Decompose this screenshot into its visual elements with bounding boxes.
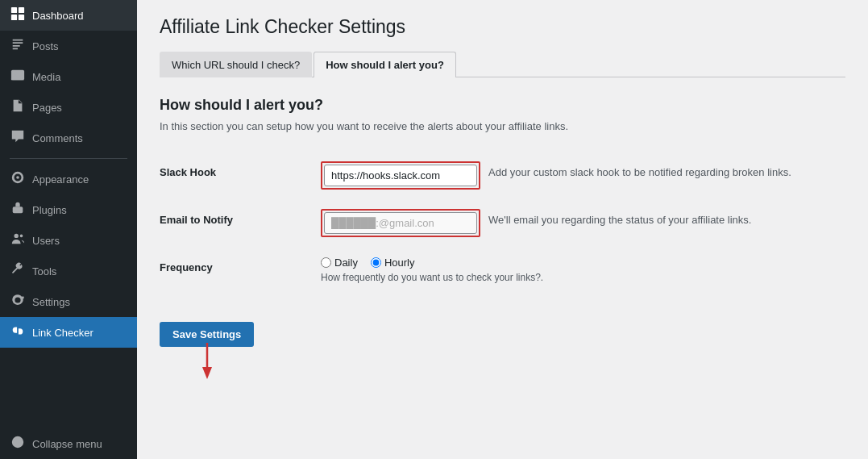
sidebar-separator	[10, 158, 127, 159]
sidebar-item-label: Users	[32, 235, 60, 247]
frequency-daily-text: Daily	[334, 257, 358, 269]
save-button-container: Save Settings	[160, 309, 254, 347]
sidebar-item-label: Plugins	[32, 204, 67, 216]
svg-rect-1	[19, 7, 24, 13]
section-title: How should I alert you?	[160, 97, 845, 114]
frequency-hint: How frequently do you want us to check y…	[321, 272, 543, 283]
email-row: Email to Notify We'll email you regardin…	[160, 199, 845, 247]
sidebar-item-plugins[interactable]: Plugins	[0, 194, 137, 225]
sidebar-item-appearance[interactable]: Appearance	[0, 164, 137, 194]
sidebar-item-label: Pages	[32, 102, 62, 114]
comments-icon	[10, 129, 26, 147]
frequency-hourly-text: Hourly	[384, 257, 415, 269]
frequency-hourly-radio[interactable]	[371, 257, 381, 268]
sidebar-item-collapse[interactable]: Collapse menu	[0, 428, 137, 459]
sidebar-item-users[interactable]: Users	[0, 225, 137, 256]
sidebar-item-label: Media	[32, 71, 60, 83]
svg-marker-12	[202, 367, 212, 379]
plugins-icon	[10, 201, 26, 219]
tools-icon	[10, 262, 26, 280]
slack-hook-row: Slack Hook Add your custom slack hook to…	[160, 152, 845, 199]
sidebar-item-dashboard[interactable]: Dashboard	[0, 0, 137, 31]
main-content: Affiliate Link Checker Settings Which UR…	[137, 0, 868, 459]
posts-icon	[10, 37, 26, 55]
frequency-control: Daily Hourly How frequently do you want …	[321, 257, 845, 283]
sidebar-item-label: Comments	[32, 132, 83, 144]
save-settings-button[interactable]: Save Settings	[160, 322, 254, 347]
page-title: Affiliate Link Checker Settings	[160, 16, 845, 38]
tab-url[interactable]: Which URL should I check?	[160, 52, 312, 77]
arrow-annotation	[183, 343, 231, 383]
svg-point-9	[20, 235, 23, 238]
sidebar-item-label: Posts	[32, 40, 59, 52]
sidebar-item-comments[interactable]: Comments	[0, 123, 137, 153]
sidebar-item-tools[interactable]: Tools	[0, 256, 137, 286]
svg-point-5	[15, 72, 18, 75]
sidebar-item-label: Dashboard	[32, 10, 84, 22]
dashboard-icon	[10, 6, 26, 24]
email-input[interactable]	[324, 212, 477, 234]
sidebar-item-label: Collapse menu	[32, 438, 102, 450]
svg-rect-7	[13, 207, 23, 213]
frequency-options: Daily Hourly How frequently do you want …	[321, 257, 543, 283]
slack-hook-input[interactable]	[324, 165, 477, 186]
sidebar-item-media[interactable]: Media	[0, 61, 137, 92]
tab-alert[interactable]: How should I alert you?	[314, 52, 456, 77]
svg-point-6	[16, 176, 19, 179]
frequency-daily-radio[interactable]	[321, 257, 331, 268]
settings-icon	[10, 293, 26, 311]
svg-rect-2	[11, 15, 17, 20]
email-highlight	[321, 209, 480, 237]
link-checker-icon	[10, 323, 26, 341]
svg-rect-3	[19, 15, 24, 20]
pages-icon	[10, 98, 26, 116]
frequency-label: Frequency	[160, 257, 321, 273]
svg-point-8	[15, 234, 19, 238]
sidebar-item-pages[interactable]: Pages	[0, 92, 137, 123]
slack-hook-control: Add your custom slack hook to be notifie…	[321, 161, 845, 190]
sidebar-item-settings[interactable]: Settings	[0, 286, 137, 317]
sidebar-item-label: Link Checker	[32, 327, 93, 339]
email-label: Email to Notify	[160, 209, 321, 226]
sidebar-item-label: Appearance	[32, 173, 89, 186]
slack-hook-label: Slack Hook	[160, 161, 321, 178]
media-icon	[10, 68, 26, 86]
users-icon	[10, 232, 26, 249]
sidebar: Dashboard Posts Media Pages Comments App…	[0, 0, 137, 459]
frequency-radios: Daily Hourly	[321, 257, 543, 269]
frequency-hourly-label[interactable]: Hourly	[371, 257, 415, 269]
slack-hook-highlight	[321, 161, 480, 190]
sidebar-item-label: Settings	[32, 296, 70, 308]
sidebar-item-label: Tools	[32, 265, 56, 277]
frequency-row: Frequency Daily Hourly How frequently do…	[160, 247, 845, 293]
appearance-icon	[10, 170, 26, 188]
settings-table: Slack Hook Add your custom slack hook to…	[160, 152, 845, 293]
tab-bar: Which URL should I check? How should I a…	[160, 51, 845, 77]
frequency-daily-label[interactable]: Daily	[321, 257, 358, 269]
sidebar-item-link-checker[interactable]: Link Checker	[0, 317, 137, 348]
collapse-icon	[10, 435, 26, 453]
svg-rect-0	[11, 7, 17, 13]
section-description: In this section you can setup how you wa…	[160, 120, 845, 132]
email-control: We'll email you regarding the status of …	[321, 209, 845, 237]
slack-hook-help: Add your custom slack hook to be notifie…	[488, 161, 791, 178]
sidebar-item-posts[interactable]: Posts	[0, 31, 137, 61]
email-help: We'll email you regarding the status of …	[488, 209, 751, 226]
